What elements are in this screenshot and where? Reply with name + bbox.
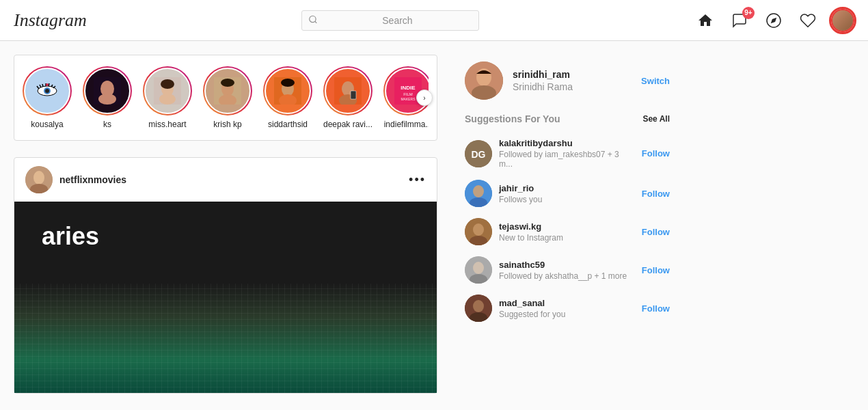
svg-point-22 — [161, 79, 174, 89]
stories-container: kousalya ks — [14, 55, 437, 141]
suggestion-avatar-5 — [465, 295, 492, 322]
search-input[interactable] — [301, 10, 479, 31]
follow-button-3[interactable]: Follow — [642, 227, 670, 237]
post-text-overlay: aries — [42, 222, 99, 251]
svg-point-56 — [473, 223, 484, 236]
suggestions-title: Suggestions For You — [465, 113, 560, 124]
suggestion-info-2: jahir_rio Follows you — [499, 183, 635, 204]
suggestion-username-4: sainathc59 — [499, 260, 635, 270]
sidebar-user-info: srinidhi_ram Srinidhi Rama — [513, 69, 632, 92]
svg-point-30 — [281, 79, 295, 87]
svg-point-26 — [221, 79, 234, 87]
story-avatar-1 — [24, 68, 70, 114]
post-header: netflixnmovies ••• — [14, 158, 437, 202]
suggestion-info-5: mad_sanal Suggested for you — [499, 298, 635, 319]
story-avatar-wrap-6 — [323, 66, 372, 115]
svg-text:MAKERS: MAKERS — [401, 97, 416, 101]
post-image-grid — [14, 284, 437, 393]
svg-text:INDIE: INDIE — [401, 85, 416, 91]
story-item-2[interactable]: ks — [83, 66, 132, 129]
story-item-4[interactable]: krish kp — [203, 66, 252, 129]
suggestion-info-4: sainathc59 Followed by akshatha__p + 1 m… — [499, 260, 635, 281]
messages-button[interactable]: 9+ — [729, 10, 750, 31]
svg-point-18 — [98, 94, 116, 105]
main-layout: kousalya ks — [14, 41, 854, 407]
stories-next-button[interactable]: › — [416, 90, 433, 106]
suggestion-avatar-1: DG — [465, 140, 492, 167]
stories-scroll: kousalya ks — [23, 66, 429, 129]
suggestions-list: DG kalakritibydarshu Followed by iam_rak… — [458, 134, 677, 326]
story-item[interactable]: kousalya — [23, 66, 72, 129]
story-label-4: krish kp — [213, 120, 241, 129]
suggestion-info-1: kalakritibydarshu Followed by iam_rakesh… — [499, 138, 635, 169]
story-label-2: ks — [103, 120, 111, 129]
post-more-button[interactable]: ••• — [409, 173, 426, 187]
post-user-info: netflixnmovies — [25, 166, 126, 193]
suggestion-sub-4: Followed by akshatha__p + 1 more — [499, 271, 635, 281]
suggestion-item-5: mad_sanal Suggested for you Follow — [458, 290, 677, 326]
story-avatar-wrap-5 — [263, 66, 312, 115]
search-icon — [308, 14, 318, 26]
suggestions-header: Suggestions For You See All — [458, 113, 677, 124]
suggestion-item-2: jahir_rio Follows you Follow — [458, 176, 677, 211]
story-avatar-wrap-2 — [83, 66, 132, 115]
svg-point-62 — [473, 300, 484, 312]
story-avatar-5 — [265, 68, 311, 114]
suggestion-sub-5: Suggested for you — [499, 310, 635, 319]
story-avatar-2 — [84, 68, 131, 114]
story-item-6[interactable]: deepak ravi... — [323, 66, 372, 129]
suggestion-info-3: tejaswi.kg New to Instagram — [499, 221, 635, 243]
suggestion-sub-3: New to Instagram — [499, 233, 635, 243]
svg-point-49 — [472, 85, 496, 100]
story-item-5[interactable]: siddarthsid — [263, 66, 312, 129]
heart-button[interactable] — [797, 10, 819, 31]
suggestion-username-5: mad_sanal — [499, 298, 635, 308]
svg-point-0 — [310, 16, 316, 22]
suggestion-username-3: tejaswi.kg — [499, 221, 635, 232]
feed: kousalya ks — [14, 55, 437, 394]
svg-text:DG: DG — [472, 149, 486, 160]
svg-line-12 — [49, 83, 49, 86]
story-avatar-6 — [325, 68, 371, 114]
post-username: netflixnmovies — [59, 174, 126, 185]
suggestion-username-2: jahir_rio — [499, 183, 635, 193]
suggestion-avatar-4 — [465, 256, 492, 284]
story-item-3[interactable]: miss.heart — [143, 66, 192, 129]
svg-point-15 — [46, 83, 49, 86]
story-label-3: miss.heart — [148, 120, 186, 129]
suggestion-item-3: tejaswi.kg New to Instagram Follow — [458, 214, 677, 249]
follow-button-4[interactable]: Follow — [642, 265, 670, 275]
messages-badge: 9+ — [742, 7, 755, 19]
svg-point-45 — [33, 171, 44, 184]
profile-button[interactable] — [831, 9, 854, 32]
post-avatar — [25, 166, 53, 193]
suggestion-item-1: DG kalakritibydarshu Followed by iam_rak… — [458, 134, 677, 173]
suggestion-avatar-2 — [465, 180, 492, 207]
post: netflixnmovies ••• aries — [14, 157, 437, 394]
see-all-button[interactable]: See All — [642, 114, 670, 124]
svg-point-7 — [45, 89, 49, 93]
suggestion-item-4: sainathc59 Followed by akshatha__p + 1 m… — [458, 252, 677, 288]
suggestion-sub-1: Followed by iam_rakeshbs07 + 3 m... — [499, 150, 635, 169]
follow-button-5[interactable]: Follow — [642, 303, 670, 314]
sidebar: srinidhi_ram Srinidhi Rama Switch Sugges… — [458, 55, 677, 394]
follow-button-1[interactable]: Follow — [642, 148, 670, 159]
story-avatar-4 — [204, 68, 251, 114]
sidebar-profile: srinidhi_ram Srinidhi Rama Switch — [458, 62, 677, 100]
story-avatar-wrap-4 — [203, 66, 252, 115]
home-button[interactable] — [694, 10, 716, 31]
svg-line-10 — [42, 84, 43, 87]
profile-avatar — [832, 10, 853, 31]
follow-button-2[interactable]: Follow — [642, 189, 670, 199]
story-label-5: siddarthsid — [268, 120, 308, 129]
switch-button[interactable]: Switch — [641, 76, 670, 86]
svg-rect-34 — [351, 91, 356, 99]
story-label-6: deepak ravi... — [323, 120, 372, 129]
sidebar-username: srinidhi_ram — [513, 69, 632, 80]
svg-marker-3 — [771, 17, 776, 23]
svg-line-1 — [315, 21, 317, 23]
search-container — [301, 10, 479, 31]
header-icons: 9+ — [694, 9, 854, 32]
explore-button[interactable] — [763, 10, 785, 31]
story-avatar-wrap-1 — [23, 66, 72, 115]
